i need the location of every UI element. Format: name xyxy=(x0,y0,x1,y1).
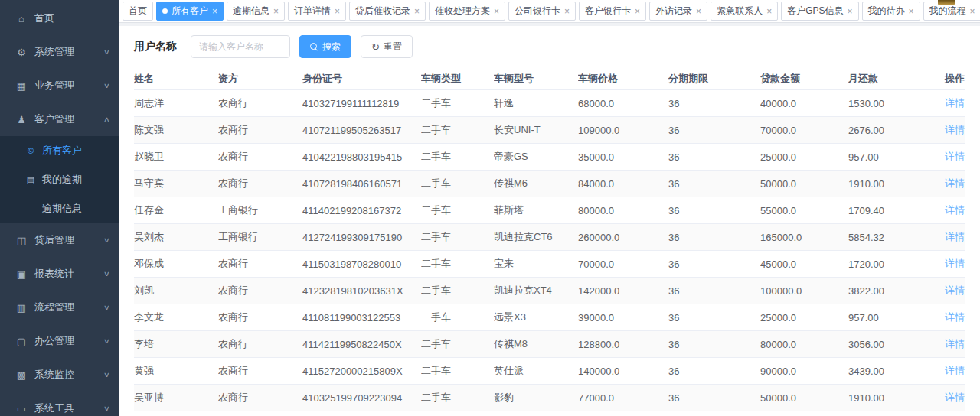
close-icon[interactable]: × xyxy=(335,7,340,16)
detail-link[interactable]: 详情 xyxy=(945,284,965,296)
sidebar-subitem[interactable]: ▤ 我的逾期 xyxy=(0,165,119,194)
sidebar-subitem[interactable]: © 所有客户 xyxy=(0,136,119,165)
tab[interactable]: 客户GPS信息 × xyxy=(781,2,858,21)
tab-label: 所有客户 xyxy=(172,5,208,18)
cell-monthly-payment: 3056.00 xyxy=(848,339,934,350)
cell-id-number: 411402199208167372 xyxy=(302,205,421,216)
tab[interactable]: 逾期信息 × xyxy=(227,2,285,21)
tab[interactable]: 客户银行卡 × xyxy=(579,2,646,21)
sidebar-item[interactable]: ▭ 系统工具 ∨ xyxy=(0,392,119,416)
sidebar-item[interactable]: ⚙ 系统管理 ∨ xyxy=(0,35,119,69)
tab-label: 客户银行卡 xyxy=(585,5,631,18)
tab[interactable]: 外访记录 × xyxy=(649,2,707,21)
detail-link[interactable]: 详情 xyxy=(945,204,965,216)
cell-id-number: 41142119950822450X xyxy=(302,339,421,350)
cell-monthly-payment: 3822.00 xyxy=(848,285,934,297)
cell-monthly-payment: 957.00 xyxy=(848,151,934,163)
cell-loan-amount: 50000.0 xyxy=(760,178,848,190)
detail-link[interactable]: 详情 xyxy=(945,365,965,376)
detail-link[interactable]: 详情 xyxy=(945,231,965,242)
cell-term: 36 xyxy=(668,258,760,270)
close-icon[interactable]: × xyxy=(494,7,499,16)
business-grid-icon: ▦ xyxy=(14,80,29,92)
search-button[interactable]: 搜索 xyxy=(299,35,351,58)
sidebar-item-label: 客户管理 xyxy=(34,112,104,126)
close-icon[interactable]: × xyxy=(273,7,279,16)
chevron-icon: ∧ xyxy=(103,115,110,123)
tab[interactable]: 所有客户 × xyxy=(156,2,224,21)
sidebar-item[interactable]: ▢ 办公管理 ∨ xyxy=(0,324,119,358)
detail-link[interactable]: 详情 xyxy=(945,177,965,189)
detail-link[interactable]: 详情 xyxy=(945,151,965,162)
sidebar-item-label: 首页 xyxy=(34,11,109,25)
cell-vehicle-price: 84000.0 xyxy=(578,178,668,190)
cell-vehicle-model: 传祺M6 xyxy=(494,177,578,190)
tab-label: 我的流程 xyxy=(929,5,966,18)
close-icon[interactable]: × xyxy=(564,7,570,16)
sidebar-item[interactable]: ♟ 客户管理 ∧ xyxy=(0,102,119,136)
main-area: 首页 所有客户 × 逾期信息 × 订单详情 × 贷后催收记录 × 催收处理方案 … xyxy=(119,0,980,416)
close-icon[interactable]: × xyxy=(909,7,914,16)
search-icon xyxy=(310,43,318,51)
sidebar-item[interactable]: ▣ 报表统计 ∨ xyxy=(0,257,119,291)
cell-monthly-payment: 1530.00 xyxy=(848,98,934,109)
column-header: 身份证号 xyxy=(302,72,421,86)
detail-link[interactable]: 详情 xyxy=(945,258,965,269)
close-icon[interactable]: × xyxy=(847,7,852,16)
sidebar-item[interactable]: ▥ 流程管理 ∨ xyxy=(0,291,119,324)
cell-term: 36 xyxy=(668,125,760,136)
close-icon[interactable]: × xyxy=(970,7,975,16)
cell-term: 36 xyxy=(668,392,760,404)
sidebar-subitem[interactable]: 逾期信息 xyxy=(0,194,119,223)
cell-vehicle-model: 凯迪拉克CT6 xyxy=(494,230,578,244)
sidebar-item-label: 报表统计 xyxy=(34,267,104,281)
cell-name: 刘凯 xyxy=(134,284,218,297)
sidebar-item[interactable]: ⌂ 首页 xyxy=(0,2,119,35)
cell-loan-amount: 80000.0 xyxy=(760,339,848,350)
tab-label: 紧急联系人 xyxy=(717,5,763,18)
tab[interactable]: 公司银行卡 × xyxy=(508,2,576,21)
cell-vehicle-price: 142000.0 xyxy=(578,285,668,297)
close-icon[interactable]: × xyxy=(635,7,640,16)
detail-link[interactable]: 详情 xyxy=(945,97,965,109)
sidebar-item[interactable]: ▩ 系统监控 ∨ xyxy=(0,358,119,392)
home-icon: ⌂ xyxy=(14,13,29,24)
tab[interactable]: 订单详情 × xyxy=(288,2,346,21)
cell-vehicle-price: 77000.0 xyxy=(578,392,668,404)
table-row: 李培 农商行 41142119950822450X 二手车 传祺M8 12880… xyxy=(134,331,965,358)
tab[interactable]: 贷后催收记录 × xyxy=(349,2,426,21)
cell-vehicle-price: 70000.0 xyxy=(578,258,668,270)
cell-funder: 农商行 xyxy=(218,96,302,110)
detail-link[interactable]: 详情 xyxy=(945,124,965,135)
close-icon[interactable]: × xyxy=(696,7,701,16)
cell-term: 36 xyxy=(668,232,760,243)
tab[interactable]: 首页 xyxy=(122,2,153,21)
cell-term: 36 xyxy=(668,178,760,190)
sidebar-item[interactable]: ◫ 贷后管理 ∨ xyxy=(0,223,119,257)
cell-id-number: 411081199003122553 xyxy=(302,312,421,323)
cell-funder: 农商行 xyxy=(218,391,302,405)
cell-loan-amount: 40000.0 xyxy=(760,98,848,109)
sidebar-item[interactable]: ▦ 业务管理 ∨ xyxy=(0,69,119,102)
detail-link[interactable]: 详情 xyxy=(945,338,965,349)
cell-vehicle-model: 轩逸 xyxy=(494,96,578,110)
table-row: 黄强 农商行 41152720000215809X 二手车 英仕派 140000… xyxy=(134,358,965,385)
close-icon[interactable]: × xyxy=(414,7,420,16)
cell-vehicle-model: 帝豪GS xyxy=(494,150,578,164)
detail-link[interactable]: 详情 xyxy=(945,392,965,403)
cell-vehicle-price: 68000.0 xyxy=(578,98,668,109)
column-header: 贷款金额 xyxy=(760,72,848,86)
detail-link[interactable]: 详情 xyxy=(945,311,965,323)
close-icon[interactable]: × xyxy=(212,7,217,16)
sidebar-item-label: 系统监控 xyxy=(34,368,104,382)
search-input[interactable] xyxy=(191,35,290,58)
cell-vehicle-type: 二手车 xyxy=(421,177,494,190)
close-icon[interactable]: × xyxy=(766,7,772,16)
tab[interactable]: 催收处理方案 × xyxy=(429,2,505,21)
tab[interactable]: 紧急联系人 × xyxy=(710,2,778,21)
sidebar: ⌂ 首页 ⚙ 系统管理 ∨ ▦ 业务管理 ∨ ♟ 客户管理 ∧ © 所有客户 ▤… xyxy=(0,0,119,416)
reset-button[interactable]: ↻ 重置 xyxy=(361,35,413,58)
all-customers-icon: © xyxy=(24,146,37,155)
tab[interactable]: 我的待办 × xyxy=(862,2,920,21)
cell-vehicle-model: 传祺M8 xyxy=(494,337,578,351)
